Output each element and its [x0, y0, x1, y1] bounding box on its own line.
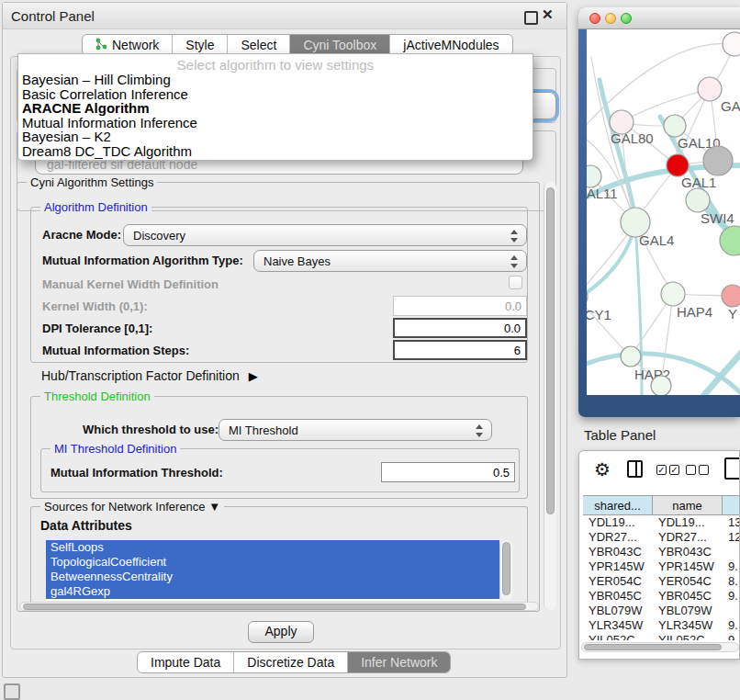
tab-infer-network[interactable]: Infer Network	[348, 652, 450, 672]
network-node-hap4[interactable]	[661, 282, 685, 306]
data-attributes-list[interactable]: SelfLoopsTopologicalCoefficientBetweenne…	[46, 540, 499, 601]
aracne-mode-label: Aracne Mode:	[42, 228, 121, 242]
network-window-titlebar[interactable]	[578, 7, 740, 29]
tab-style[interactable]: Style	[173, 35, 228, 55]
dropdown-item-bayesian-k2[interactable]: Bayesian – K2	[18, 130, 533, 144]
table-cell: YIL052C	[658, 633, 705, 640]
table-cell: YBL079W	[589, 604, 643, 618]
settings-vscrollbar[interactable]	[544, 182, 556, 610]
network-node-gal1[interactable]	[667, 154, 689, 176]
tab-discretize-data[interactable]: Discretize Data	[234, 652, 348, 672]
scrollbar-thumb[interactable]	[546, 187, 555, 514]
attribute-item-gal4rgexp[interactable]: gal4RGexp	[46, 584, 499, 599]
table-cell: YER054C	[658, 574, 712, 589]
network-node[interactable]	[723, 32, 740, 56]
close-window-icon[interactable]	[589, 13, 600, 24]
select-all-columns-icon[interactable]: ✓ ✓	[656, 465, 679, 475]
table-row[interactable]: YBL079WYBL079W	[579, 604, 740, 618]
checked-box-icon: ✓	[656, 465, 667, 475]
tab-select[interactable]: Select	[228, 35, 290, 55]
gear-icon[interactable]: ⚙	[594, 458, 611, 480]
node-label: Y	[728, 306, 737, 322]
aracne-mode-combobox[interactable]: Discovery	[123, 224, 527, 246]
table-panel-title: Table Panel	[584, 427, 656, 443]
table-row[interactable]: YLR345WYLR345W9.	[579, 618, 740, 633]
table-row[interactable]: YIL052CYIL052C9.	[579, 633, 740, 640]
dropdown-item-mutual-information-inference[interactable]: Mutual Information Inference	[18, 116, 533, 130]
apply-button[interactable]: Apply	[248, 621, 314, 643]
minimize-window-icon[interactable]	[605, 13, 616, 24]
mi-steps-field[interactable]	[393, 340, 527, 360]
network-node[interactable]	[703, 146, 733, 175]
combo-arrows-icon	[476, 423, 484, 438]
dropdown-items: Bayesian – Hill ClimbingBasic Correlatio…	[18, 73, 533, 159]
scrollbar-thumb[interactable]	[502, 542, 510, 595]
dropdown-item-dream8-dc-tdc-algorithm[interactable]: Dream8 DC_TDC Algorithm	[18, 144, 533, 159]
attribute-item-betweennesscentrality[interactable]: BetweennessCentrality	[46, 570, 499, 584]
settings-hscrollbar[interactable]	[19, 602, 539, 611]
kernel-width-field[interactable]	[393, 296, 527, 316]
table-row[interactable]: YER054CYER054C8.	[579, 574, 740, 589]
combo-arrows-icon	[510, 229, 519, 243]
table-cell: YLR345W	[658, 618, 712, 633]
table-row[interactable]: YDR27...YDR27...12	[579, 530, 740, 545]
float-panel-icon[interactable]	[524, 11, 538, 25]
table-cell: 9.	[728, 618, 738, 633]
tab-label: jActiveMNodules	[403, 38, 499, 52]
network-node-gal11[interactable]	[587, 165, 601, 187]
network-node-hap2[interactable]	[621, 346, 641, 367]
network-node-swi4[interactable]	[686, 188, 710, 212]
table-row[interactable]: YPR145WYPR145W9.	[579, 559, 740, 574]
dropdown-item-bayesian-hill-climbing[interactable]: Bayesian – Hill Climbing	[18, 73, 533, 87]
network-node[interactable]	[651, 376, 671, 395]
mi-threshold-label: Mutual Information Threshold:	[50, 466, 223, 480]
close-panel-icon[interactable]: ✕	[542, 6, 554, 23]
attribute-item-topologicalcoefficient[interactable]: TopologicalCoefficient	[46, 555, 499, 570]
network-node[interactable]	[720, 226, 740, 255]
network-node-y[interactable]	[722, 285, 740, 307]
column-header-name[interactable]: name	[653, 495, 723, 515]
expand-down-icon[interactable]: ▼	[208, 500, 220, 514]
manual-kernel-checkbox[interactable]	[509, 276, 522, 289]
sources-group: Sources for Network Inference ▼ Data Att…	[30, 506, 528, 609]
table-row[interactable]: YDL19...YDL19...13	[579, 515, 740, 530]
which-threshold-combobox[interactable]: MI Threshold	[219, 419, 492, 441]
tab-impute-data[interactable]: Impute Data	[138, 652, 234, 672]
hub-definition-toggle[interactable]: Hub/Transcription Factor Definition ▶	[41, 368, 258, 383]
network-node-gal10[interactable]	[664, 115, 686, 137]
network-canvas[interactable]: GALGAL80GAL10GAL1GAL11SWI4GAL4GCY1HAP4YH…	[587, 29, 740, 395]
scrollbar-thumb[interactable]	[23, 604, 526, 610]
minimized-panel-icon[interactable]	[4, 683, 20, 700]
table-row[interactable]: YBR043CYBR043C	[579, 545, 740, 559]
tab-label: Select	[241, 38, 276, 52]
combo-arrows-icon	[510, 254, 519, 269]
tab-cyni-toolbox[interactable]: Cyni Toolbox	[290, 35, 390, 55]
tab-jactivemnodules[interactable]: jActiveMNodules	[390, 35, 511, 55]
columns-icon[interactable]	[627, 460, 643, 478]
table-hscrollbar[interactable]	[581, 642, 739, 652]
scrollbar-thumb[interactable]	[584, 644, 722, 650]
node-label: GAL4	[639, 232, 674, 248]
deselect-all-columns-icon[interactable]	[686, 465, 709, 475]
table-cell: YBR043C	[589, 545, 642, 559]
cyni-settings-group: Cyni Algorithm Settings Algorithm Defini…	[17, 182, 540, 612]
dropdown-prompt: Select algorithm to view settings	[18, 54, 533, 73]
control-panel-titlebar: Control Panel ✕	[3, 3, 566, 29]
tab-network[interactable]: Network	[83, 35, 173, 55]
network-node-gcy1[interactable]	[587, 286, 588, 308]
mi-type-combobox[interactable]: Naive Bayes	[253, 250, 527, 272]
dropdown-item-basic-correlation-inference[interactable]: Basic Correlation Inference	[18, 87, 533, 102]
dropdown-item-aracne-algorithm[interactable]: ARACNE Algorithm	[18, 101, 533, 116]
column-header-a[interactable]: A	[723, 495, 740, 515]
mi-threshold-field[interactable]	[381, 462, 515, 482]
network-node-gal[interactable]	[698, 77, 722, 101]
table-row[interactable]: YBR045CYBR045C9.	[579, 589, 740, 604]
new-table-icon[interactable]	[724, 457, 740, 480]
zoom-window-icon[interactable]	[621, 13, 632, 24]
mi-type-label: Mutual Information Algorithm Type:	[42, 254, 243, 267]
dpi-tolerance-field[interactable]	[393, 318, 527, 338]
column-header-shared[interactable]: shared...	[583, 495, 653, 515]
attribute-item-selfloops[interactable]: SelfLoops	[46, 540, 499, 555]
attributes-list-scrollbar[interactable]	[499, 540, 512, 601]
table-cell: YDL19...	[589, 515, 635, 530]
